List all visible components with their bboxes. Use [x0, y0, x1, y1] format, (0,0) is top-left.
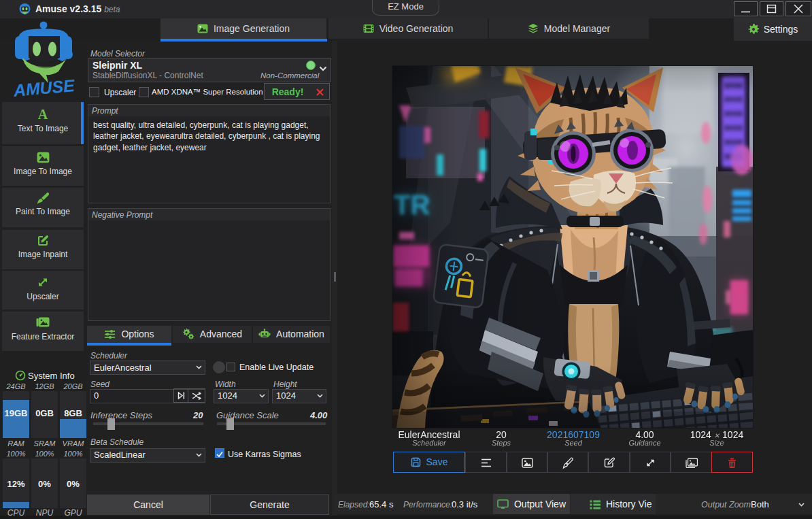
svg-text:A: A [38, 108, 48, 122]
svg-text:AMUSE: AMUSE [12, 76, 76, 100]
